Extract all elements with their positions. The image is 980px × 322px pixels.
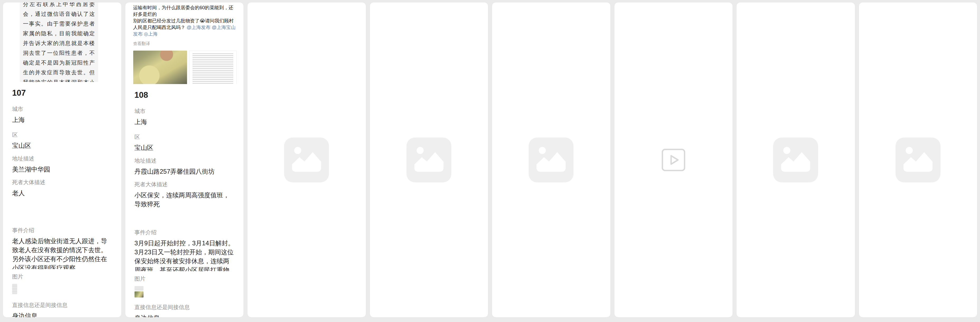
attachment-thumbnail[interactable] xyxy=(135,292,143,298)
record-card-108[interactable]: 运输有时间，为什么跟居委会的60的菜能到，还好多是烂的 别的区都已经分发过几批物… xyxy=(125,2,244,317)
post-translate-link: 查看翻译 xyxy=(133,41,237,47)
field-address-value: 美兰湖中华园 xyxy=(12,165,113,174)
field-city-label: 城市 xyxy=(12,106,113,113)
field-district-value: 宝山区 xyxy=(12,141,113,150)
record-id: 107 xyxy=(12,82,113,102)
field-address-label: 地址描述 xyxy=(12,155,113,162)
record-card-111[interactable]: 111 城市上海 区杨浦区 地址描述安波路265弄兰花教师公寓南区 死者大体描述… xyxy=(369,2,488,317)
image-placeholder-icon xyxy=(896,138,940,182)
field-address-value: 丹霞山路257弄馨佳园八街坊 xyxy=(135,167,236,176)
field-deceased-label: 死者大体描述 xyxy=(135,181,236,188)
record-card-107[interactable]: 分左右联系上中华西居委会，通过微信语音确认了这一事实。由于需要保护患者家属的隐私… xyxy=(3,2,122,317)
field-district-label: 区 xyxy=(135,133,236,140)
image-placeholder-icon xyxy=(284,138,329,182)
attachment-thumbnail[interactable] xyxy=(135,286,143,291)
image-placeholder-icon xyxy=(407,138,451,182)
record-card-115[interactable]: 115 城市上海 区浦东新区 地址描述仁怡苑 死者大体描述封控，跳楼自杀当场死亡… xyxy=(614,2,733,317)
article-text-screenshot xyxy=(189,51,237,84)
field-address-label: 地址描述 xyxy=(135,157,236,164)
record-cover-empty xyxy=(247,2,366,317)
field-direct-value: 身边信息 xyxy=(12,311,113,317)
field-district-value: 宝山区 xyxy=(135,143,236,152)
record-cover-video xyxy=(614,2,733,317)
field-image-label: 图片 xyxy=(135,275,236,282)
field-deceased-label: 死者大体描述 xyxy=(12,179,113,186)
image-placeholder-icon xyxy=(773,138,818,182)
field-deceased-value: 小区保安，连续两周高强度值班，导致猝死 xyxy=(135,191,236,209)
field-city-value: 上海 xyxy=(135,117,236,127)
record-cover-empty xyxy=(370,2,488,317)
attachment-thumbnail[interactable] xyxy=(12,284,17,294)
field-direct-value: 身边信息 xyxy=(135,314,236,317)
field-event-value: 老人感染后物业街道无人跟进，导致老人在没有救援的情况下去世。另外该小区还有不少阳… xyxy=(12,236,113,269)
image-placeholder-icon xyxy=(529,138,573,182)
record-cover-text-screenshot: 分左右联系上中华西居委会，通过微信语音确认了这一事实。由于需要保护患者家属的隐私… xyxy=(3,2,121,82)
field-direct-label: 直接信息还是间接信息 xyxy=(135,304,236,311)
field-deceased-value: 老人 xyxy=(12,189,113,198)
record-card-110[interactable]: 110 城市上海市 区浦东新区 地址描述航头镇鹤沙航城 死者大体描述老人患有哮喘… xyxy=(247,2,366,317)
field-event-label: 事件介绍 xyxy=(12,227,113,234)
video-play-icon xyxy=(661,148,686,171)
record-cover-empty xyxy=(859,2,977,317)
field-district-label: 区 xyxy=(12,132,113,138)
field-event-label: 事件介绍 xyxy=(135,229,236,236)
wechat-text-screenshot: 分左右联系上中华西居委会，通过微信语音确认了这一事实。由于需要保护患者家属的隐私… xyxy=(20,2,98,82)
record-cover-social-post: 运输有时间，为什么跟居委会的60的菜能到，还好多是烂的 别的区都已经分发过几批物… xyxy=(125,2,244,84)
gallery-view: 分左右联系上中华西居委会，通过微信语音确认了这一事实。由于需要保护患者家属的隐私… xyxy=(0,0,980,322)
field-event-value: 3月9日起开始封控，3月14日解封。3月23日又一轮封控开始，期间这位保安始终没… xyxy=(135,239,236,271)
field-direct-label: 直接信息还是间接信息 xyxy=(12,302,113,309)
record-card-114[interactable]: 114 城市上海 区宝山 地址描述铂庭 死者大体描述65岁癌症患者 事件介绍封控… xyxy=(492,2,611,317)
field-city-value: 上海 xyxy=(12,116,113,124)
field-image-label: 图片 xyxy=(12,273,113,280)
record-card-117[interactable]: 117 城市上海 区嘉定 地址描述江桥 死者大体描述我奶奶 事件介绍昏迷，呼吸微… xyxy=(859,2,978,317)
record-id: 108 xyxy=(135,84,236,103)
field-city-label: 城市 xyxy=(135,108,236,115)
cabbage-photo xyxy=(133,51,187,84)
record-cover-empty xyxy=(492,2,611,317)
record-cover-empty xyxy=(737,2,855,317)
record-card-116[interactable]: 116 城市上海 区浦东新区 地址描述朱家门小区 死者大体描述死于浦东医院新冠隔… xyxy=(736,2,855,317)
